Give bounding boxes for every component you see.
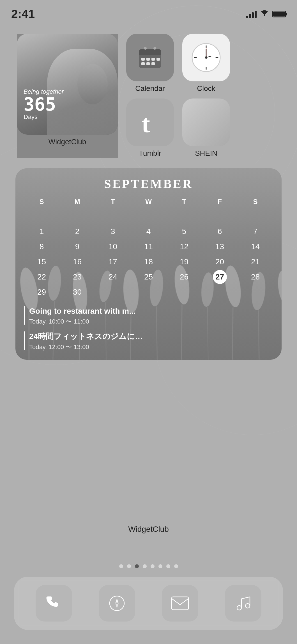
clock-label: Clock — [197, 84, 215, 93]
event-2-time: Today, 12:00 〜 13:00 — [29, 343, 143, 351]
cal-empty — [166, 209, 202, 224]
wifi-icon — [260, 10, 269, 19]
page-dot-1 — [127, 564, 131, 568]
page-dots — [0, 564, 297, 568]
tumblr-icon: t — [140, 110, 160, 135]
mail-icon — [171, 596, 189, 610]
shein-app[interactable]: SHEIN — [182, 98, 230, 158]
widgetclub-label: WidgetClub — [49, 137, 86, 146]
cal-day-14: 14 — [238, 239, 273, 254]
event-1-title: Going to restaurant with m... — [29, 306, 136, 316]
cal-empty — [238, 209, 273, 224]
cal-day-24: 24 — [95, 270, 131, 284]
status-time: 2:41 — [11, 7, 35, 21]
event-2: 24時間フィットネスのジムに… Today, 12:00 〜 13:00 — [24, 331, 273, 351]
svg-rect-15 — [146, 62, 150, 65]
svg-rect-16 — [151, 62, 155, 65]
cal-day-9: 9 — [59, 239, 95, 254]
clock-icon — [189, 41, 223, 74]
cal-empty — [95, 285, 131, 299]
event-1: Going to restaurant with m... Today, 10:… — [24, 306, 273, 326]
calendar-label: Calendar — [135, 84, 165, 93]
cal-empty — [202, 285, 238, 299]
cal-day-25: 25 — [131, 270, 166, 284]
event-2-title: 24時間フィットネスのジムに… — [29, 331, 143, 342]
cal-day-6: 6 — [202, 224, 238, 239]
cal-empty — [166, 285, 202, 299]
svg-point-54 — [237, 606, 241, 610]
widgetclub-number: 365 — [24, 95, 64, 113]
calendar-app[interactable]: Calendar — [126, 34, 174, 93]
battery-icon — [272, 11, 286, 17]
cal-day-19: 19 — [166, 255, 202, 269]
cal-day-30: 30 — [59, 285, 95, 299]
app-grid: Being together 365 Days WidgetClub — [14, 34, 283, 158]
cal-empty — [238, 285, 273, 299]
widgetclub-app[interactable]: Being together 365 Days WidgetClub — [17, 34, 118, 158]
calendar-grid: 1 2 3 4 5 6 7 8 9 10 11 12 13 14 15 16 1… — [24, 209, 273, 299]
phone-dock-item[interactable] — [36, 585, 72, 622]
safari-dock-item[interactable] — [99, 585, 135, 622]
tumblr-label: Tumblr — [139, 149, 161, 158]
mail-dock-item[interactable] — [162, 585, 198, 622]
cal-day-23: 23 — [59, 270, 95, 284]
cal-empty — [95, 209, 131, 224]
svg-point-55 — [245, 604, 250, 608]
svg-rect-11 — [146, 58, 150, 61]
svg-marker-51 — [115, 598, 119, 603]
page-dot-3 — [143, 564, 147, 568]
cal-empty — [59, 209, 95, 224]
cal-day-12: 12 — [166, 239, 202, 254]
cal-empty — [131, 209, 166, 224]
calendar-widget[interactable]: SEPTEMBER S M T W T F S 1 2 3 4 — [15, 168, 282, 360]
signal-icon — [246, 10, 257, 18]
cal-day-18: 18 — [131, 255, 166, 269]
cal-day-17: 17 — [95, 255, 131, 269]
cal-day-4: 4 — [131, 224, 166, 239]
cal-empty — [202, 209, 238, 224]
cal-day-10: 10 — [95, 239, 131, 254]
day-header-s2: S — [238, 197, 273, 207]
calendar-month: SEPTEMBER — [24, 177, 273, 191]
page-dot-6 — [166, 564, 170, 568]
cal-day-7: 7 — [238, 224, 273, 239]
day-header-t1: T — [95, 197, 131, 207]
music-dock-item[interactable] — [225, 585, 261, 622]
shein-label: SHEIN — [195, 149, 217, 158]
cal-day-11: 11 — [131, 239, 166, 254]
cal-day-3: 3 — [95, 224, 131, 239]
cal-day-29: 29 — [24, 285, 59, 299]
clock-app[interactable]: Clock — [182, 34, 230, 93]
tumblr-app[interactable]: t Tumblr — [126, 98, 174, 158]
svg-rect-10 — [141, 58, 145, 61]
event-1-time: Today, 10:00 〜 11:00 — [29, 317, 136, 326]
status-icons — [246, 10, 286, 19]
svg-point-9 — [153, 47, 156, 50]
calendar-widget-label: WidgetClub — [0, 525, 297, 534]
cal-day-5: 5 — [166, 224, 202, 239]
dock — [14, 577, 283, 630]
page-dot-5 — [158, 564, 162, 568]
compass-icon — [109, 595, 125, 612]
svg-rect-7 — [139, 52, 161, 55]
phone-icon — [45, 595, 62, 612]
cal-day-27-today: 27 — [202, 270, 238, 284]
svg-rect-13 — [156, 58, 160, 61]
cal-empty — [131, 285, 166, 299]
event-bar-2 — [24, 331, 25, 350]
day-header-t2: T — [166, 197, 202, 207]
music-icon — [235, 595, 251, 612]
cal-day-2: 2 — [59, 224, 95, 239]
svg-rect-12 — [151, 58, 155, 61]
day-header-w: W — [131, 197, 166, 207]
cal-day-28: 28 — [238, 270, 273, 284]
cal-day-22: 22 — [24, 270, 59, 284]
page-dot-0 — [119, 564, 123, 568]
cal-day-26: 26 — [166, 270, 202, 284]
cal-empty — [24, 209, 59, 224]
page-dot-7 — [174, 564, 178, 568]
svg-rect-53 — [172, 597, 188, 610]
svg-point-8 — [144, 47, 147, 50]
cal-day-16: 16 — [59, 255, 95, 269]
cal-day-1: 1 — [24, 224, 59, 239]
